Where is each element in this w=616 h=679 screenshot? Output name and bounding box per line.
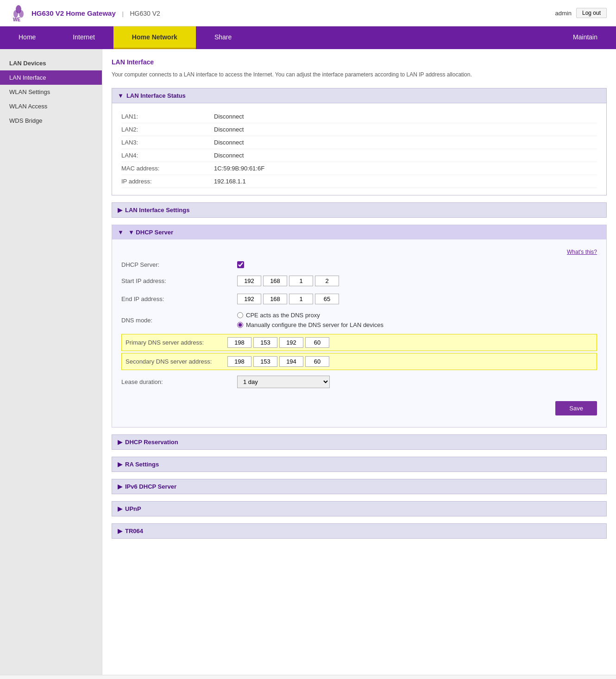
dns-option2-radio[interactable] xyxy=(237,322,243,328)
tr064-section: ▶ TR064 xyxy=(112,523,607,539)
header-title: HG630 V2 Home Gateway | HG630 V2 xyxy=(31,9,160,17)
sidebar-item-lan-interface[interactable]: LAN Interface xyxy=(0,70,102,85)
sidebar-item-wlan-access[interactable]: WLAN Access xyxy=(0,99,102,113)
primary-dns-octet2[interactable] xyxy=(253,337,277,348)
dns-mode-row: DNS mode: CPE acts as the DNS proxy Manu… xyxy=(121,308,597,332)
end-ip-octet4[interactable] xyxy=(315,294,339,304)
mac-value: 1C:59:9B:90:61:6F xyxy=(214,165,264,172)
lan-status-section: ▼ LAN Interface Status LAN1: Disconnect … xyxy=(112,88,607,195)
dhcp-arrow-icon: ▼ xyxy=(118,229,124,236)
sidebar-section-lan-devices: LAN Devices xyxy=(0,56,102,70)
lan-status-header[interactable]: ▼ LAN Interface Status xyxy=(112,88,606,103)
dhcp-server-section: ▼ ▼ DHCP Server What's this? DHCP Server… xyxy=(112,225,607,428)
ra-settings-title: RA Settings xyxy=(125,461,159,468)
lan4-value: Disconnect xyxy=(214,152,244,159)
logout-button[interactable]: Log out xyxy=(576,8,607,18)
secondary-dns-octet3[interactable] xyxy=(279,356,303,367)
primary-dns-label: Primary DNS server address: xyxy=(126,339,227,346)
tr064-header[interactable]: ▶ TR064 xyxy=(112,524,606,538)
end-ip-octet3[interactable] xyxy=(289,294,313,304)
whats-this-link[interactable]: What's this? xyxy=(121,246,597,258)
tr064-arrow-icon: ▶ xyxy=(118,528,122,534)
upnp-arrow-icon: ▶ xyxy=(118,505,122,512)
lan2-row: LAN2: Disconnect xyxy=(121,123,597,136)
lan2-value: Disconnect xyxy=(214,126,244,133)
svg-text:WE: WE xyxy=(13,17,20,22)
end-ip-octet1[interactable] xyxy=(237,294,261,304)
ra-settings-header[interactable]: ▶ RA Settings xyxy=(112,457,606,472)
dhcp-reservation-header[interactable]: ▶ DHCP Reservation xyxy=(112,435,606,449)
sidebar-item-wds-bridge[interactable]: WDS Bridge xyxy=(0,113,102,128)
page-title: LAN Interface xyxy=(112,58,607,66)
main-layout: LAN Devices LAN Interface WLAN Settings … xyxy=(0,49,616,675)
lan-settings-header[interactable]: ▶ LAN Interface Settings xyxy=(112,203,606,217)
dhcp-server-title: ▼ DHCP Server xyxy=(128,229,173,236)
dns-option1-radio[interactable] xyxy=(237,312,243,318)
primary-dns-octet3[interactable] xyxy=(279,337,303,348)
primary-dns-octet1[interactable] xyxy=(227,337,251,348)
start-ip-row: Start IP address: xyxy=(121,272,597,290)
nav-maintain[interactable]: Maintain xyxy=(554,26,616,49)
lease-select[interactable]: 1 day 2 days 3 days 1 week Forever xyxy=(237,376,330,388)
dns-option1-text: CPE acts as the DNS proxy xyxy=(246,312,320,319)
upnp-title: UPnP xyxy=(125,505,141,512)
header-right: admin Log out xyxy=(555,8,607,18)
dns-option2-text: Manually configure the DNS server for LA… xyxy=(246,321,383,328)
secondary-dns-octet2[interactable] xyxy=(253,356,277,367)
ipv6-dhcp-title: IPv6 DHCP Server xyxy=(125,483,176,490)
page-description: Your computer connects to a LAN interfac… xyxy=(112,70,607,79)
lease-label: Lease duration: xyxy=(121,378,237,385)
ra-settings-section: ▶ RA Settings xyxy=(112,457,607,472)
primary-dns-octet4[interactable] xyxy=(305,337,329,348)
lan1-value: Disconnect xyxy=(214,113,244,120)
footer: Copyright © Huawei Technologies Co., Ltd… xyxy=(0,675,616,679)
ipv6-dhcp-arrow-icon: ▶ xyxy=(118,483,122,490)
upnp-header[interactable]: ▶ UPnP xyxy=(112,502,606,516)
dhcp-server-checkbox[interactable] xyxy=(237,261,244,268)
ipv6-dhcp-header[interactable]: ▶ IPv6 DHCP Server xyxy=(112,479,606,494)
lan3-row: LAN3: Disconnect xyxy=(121,136,597,149)
ip-label: IP address: xyxy=(121,178,214,185)
nav-home[interactable]: Home xyxy=(0,26,54,49)
sidebar-item-wlan-settings[interactable]: WLAN Settings xyxy=(0,85,102,99)
sidebar: LAN Devices LAN Interface WLAN Settings … xyxy=(0,49,102,675)
nav-internet[interactable]: Internet xyxy=(54,26,113,49)
start-ip-octet2[interactable] xyxy=(263,276,287,286)
end-ip-octet2[interactable] xyxy=(263,294,287,304)
lan3-label: LAN3: xyxy=(121,139,214,146)
content-area: LAN Interface Your computer connects to … xyxy=(102,49,616,675)
lan-settings-arrow-icon: ▶ xyxy=(118,207,122,214)
secondary-dns-octet1[interactable] xyxy=(227,356,251,367)
upnp-section: ▶ UPnP xyxy=(112,501,607,516)
lan1-label: LAN1: xyxy=(121,113,214,120)
start-ip-octet4[interactable] xyxy=(315,276,339,286)
secondary-dns-octet4[interactable] xyxy=(305,356,329,367)
lan1-row: LAN1: Disconnect xyxy=(121,110,597,123)
lan-status-body: LAN1: Disconnect LAN2: Disconnect LAN3: … xyxy=(112,103,606,195)
logo-area: WE HG630 V2 Home Gateway | HG630 V2 xyxy=(9,4,160,22)
primary-dns-row: Primary DNS server address: xyxy=(121,334,597,351)
dns-mode-label: DNS mode: xyxy=(121,317,237,324)
start-ip-octet3[interactable] xyxy=(289,276,313,286)
header: WE HG630 V2 Home Gateway | HG630 V2 admi… xyxy=(0,0,616,26)
main-nav: Home Internet Home Network Share Maintai… xyxy=(0,26,616,49)
svg-point-2 xyxy=(19,10,24,18)
nav-share[interactable]: Share xyxy=(196,26,250,49)
start-ip-octet1[interactable] xyxy=(237,276,261,286)
dns-option2-label[interactable]: Manually configure the DNS server for LA… xyxy=(237,321,383,328)
dns-option1-label[interactable]: CPE acts as the DNS proxy xyxy=(237,312,383,319)
lan-status-title: LAN Interface Status xyxy=(126,92,186,99)
lan4-label: LAN4: xyxy=(121,152,214,159)
tr064-title: TR064 xyxy=(125,528,143,534)
lease-row: Lease duration: 1 day 2 days 3 days 1 we… xyxy=(121,372,597,392)
mac-label: MAC address: xyxy=(121,165,214,172)
save-button-area: Save xyxy=(121,392,597,420)
secondary-dns-label: Secondary DNS server address: xyxy=(126,358,227,365)
lan-status-arrow-icon: ▼ xyxy=(118,92,124,99)
dhcp-server-header[interactable]: ▼ ▼ DHCP Server xyxy=(112,225,606,239)
mac-row: MAC address: 1C:59:9B:90:61:6F xyxy=(121,162,597,175)
nav-home-network[interactable]: Home Network xyxy=(113,26,196,49)
start-ip-control xyxy=(237,276,339,286)
lan4-row: LAN4: Disconnect xyxy=(121,149,597,162)
save-button[interactable]: Save xyxy=(555,401,597,415)
